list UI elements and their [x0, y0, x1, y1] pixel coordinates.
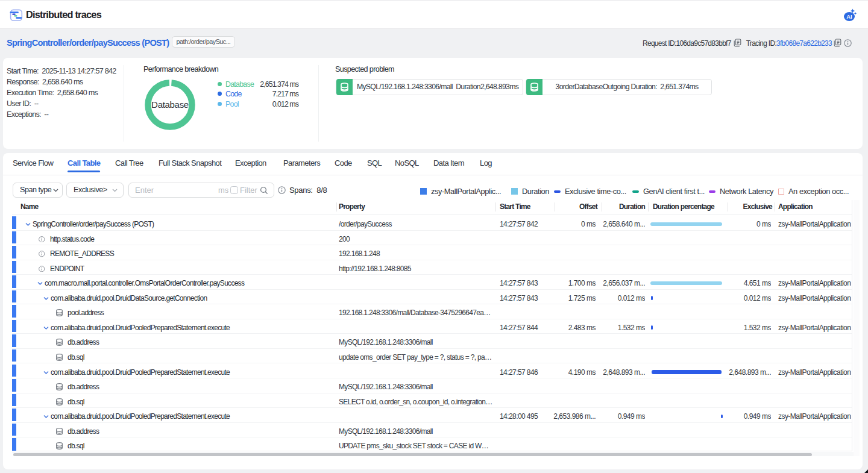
- svg-text:AI: AI: [846, 13, 852, 20]
- svg-text:Database: Database: [151, 99, 189, 110]
